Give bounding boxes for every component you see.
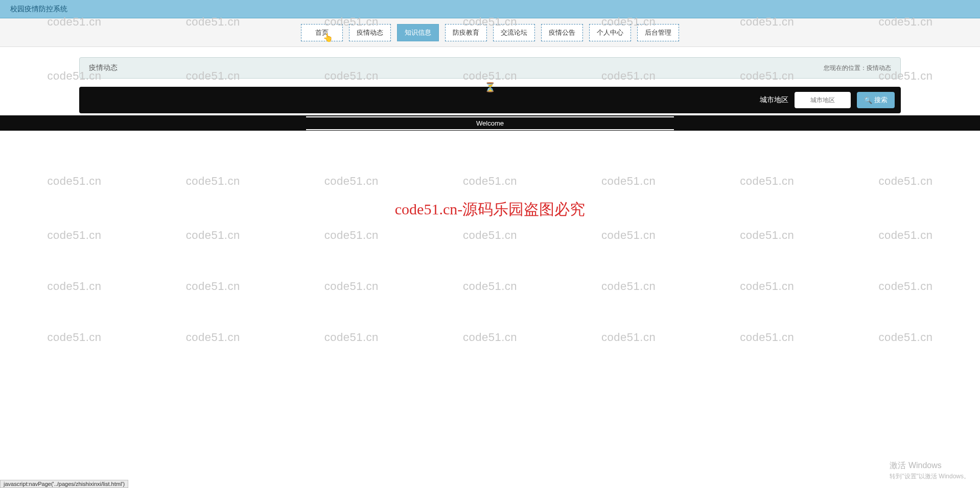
- watermark-text: code51.cn: [324, 331, 379, 344]
- breadcrumb: 疫情动态 您现在的位置：疫情动态: [79, 57, 901, 79]
- watermark-text: code51.cn: [740, 280, 794, 293]
- watermark-row: code51.cncode51.cncode51.cncode51.cncode…: [0, 175, 980, 188]
- watermark-text: code51.cn: [463, 280, 517, 293]
- search-bar: ⏳ 城市地区 🔍 搜索: [79, 87, 901, 113]
- watermark-text: code51.cn: [186, 229, 240, 242]
- watermark-text: code51.cn: [740, 331, 794, 344]
- watermark-text: code51.cn: [463, 229, 517, 242]
- app-title: 校园疫情防控系统: [10, 5, 67, 14]
- watermark-text: code51.cn: [878, 331, 932, 344]
- watermark-text: code51.cn: [878, 229, 932, 242]
- nav-prevention-education[interactable]: 防疫教育: [445, 24, 487, 41]
- watermark-text: code51.cn: [740, 229, 794, 242]
- search-label: 城市地区: [760, 95, 788, 105]
- watermark-text: code51.cn: [48, 229, 102, 242]
- nav-admin[interactable]: 后台管理: [637, 24, 679, 41]
- watermark-text: code51.cn: [48, 175, 102, 188]
- nav-knowledge-info[interactable]: 知识信息: [397, 24, 439, 41]
- watermark-text: code51.cn: [601, 175, 656, 188]
- nav-announcements[interactable]: 疫情公告: [541, 24, 583, 41]
- breadcrumb-location: 您现在的位置：疫情动态: [824, 64, 891, 72]
- loading-icon: ⏳: [484, 82, 496, 93]
- watermark-text: code51.cn: [186, 331, 240, 344]
- watermark-text: code51.cn: [878, 175, 932, 188]
- watermark-text: code51.cn: [48, 280, 102, 293]
- watermark-text: code51.cn: [186, 280, 240, 293]
- search-icon: 🔍: [864, 96, 872, 104]
- watermark-text: code51.cn: [324, 280, 379, 293]
- watermark-text: code51.cn: [463, 175, 517, 188]
- watermark-text: code51.cn: [324, 229, 379, 242]
- nav-personal-center[interactable]: 个人中心: [589, 24, 631, 41]
- status-bar: javascript:navPage('../pages/zhishixinxi…: [0, 480, 128, 488]
- watermark-text: code51.cn: [601, 229, 656, 242]
- watermark-row: code51.cncode51.cncode51.cncode51.cncode…: [0, 229, 980, 242]
- activate-windows-notice: 激活 Windows 转到"设置"以激活 Windows。: [890, 460, 970, 481]
- watermark-text: code51.cn: [601, 280, 656, 293]
- page-title: 疫情动态: [89, 63, 118, 72]
- watermark-text: code51.cn: [878, 280, 932, 293]
- watermark-text: code51.cn: [740, 175, 794, 188]
- watermark-row: code51.cncode51.cncode51.cncode51.cncode…: [0, 280, 980, 293]
- center-overlay-text: code51.cn-源码乐园盗图必究: [395, 199, 585, 220]
- watermark-row: code51.cncode51.cncode51.cncode51.cncode…: [0, 331, 980, 344]
- watermark-text: code51.cn: [48, 331, 102, 344]
- watermark-text: code51.cn: [463, 331, 517, 344]
- content-area: 疫情动态 您现在的位置：疫情动态 ⏳ 城市地区 🔍 搜索: [0, 47, 980, 113]
- nav-area: 首页 疫情动态 知识信息 防疫教育 交流论坛 疫情公告 个人中心 后台管理: [0, 18, 980, 47]
- welcome-text: Welcome: [306, 116, 674, 130]
- search-input[interactable]: [795, 92, 851, 108]
- search-button[interactable]: 🔍 搜索: [857, 92, 895, 108]
- watermark-text: code51.cn: [186, 175, 240, 188]
- watermark-text: code51.cn: [324, 175, 379, 188]
- nav-container: 首页 疫情动态 知识信息 防疫教育 交流论坛 疫情公告 个人中心 后台管理: [301, 24, 679, 41]
- watermark-text: code51.cn: [601, 331, 656, 344]
- nav-home[interactable]: 首页: [301, 24, 343, 41]
- top-header: 校园疫情防控系统: [0, 0, 980, 18]
- welcome-bar: Welcome: [0, 115, 980, 131]
- nav-epidemic-news[interactable]: 疫情动态: [349, 24, 391, 41]
- nav-forum[interactable]: 交流论坛: [493, 24, 535, 41]
